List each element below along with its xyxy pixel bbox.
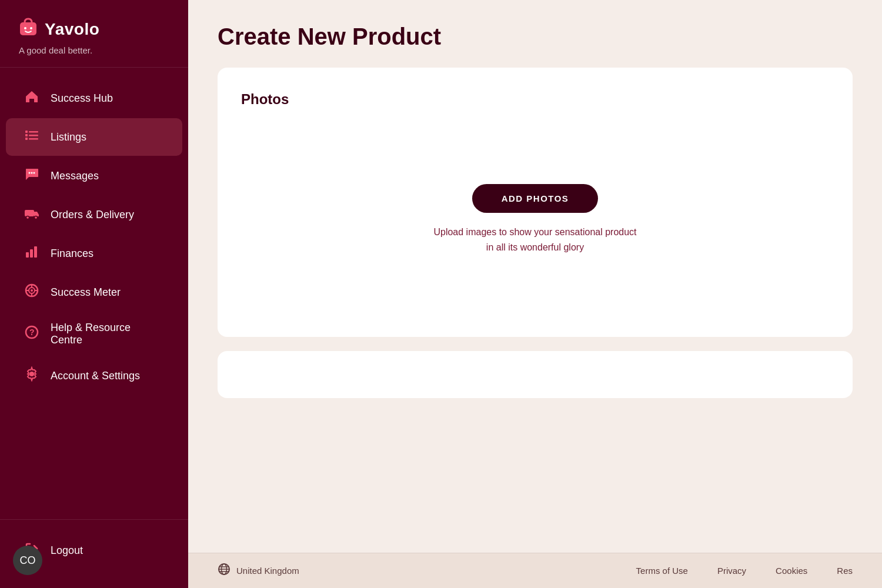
main-area: Create New Product Photos ADD PHOTOS Upl…: [188, 0, 882, 588]
sidebar-item-success-meter[interactable]: Success Meter: [6, 273, 182, 311]
chat-fab[interactable]: CO: [13, 546, 42, 575]
sidebar-item-help-label: Help & Resource Centre: [51, 322, 165, 346]
helper-text-line2: in all its wonderful glory: [433, 240, 636, 255]
svg-rect-7: [25, 138, 28, 140]
svg-text:?: ?: [29, 328, 35, 337]
sidebar-item-finances-label: Finances: [51, 248, 93, 260]
footer-links: Terms of Use Privacy Cookies Res: [636, 566, 853, 576]
logo-tagline: A good deal better.: [19, 45, 171, 55]
svg-point-10: [31, 172, 33, 174]
footer-terms-link[interactable]: Terms of Use: [636, 566, 688, 576]
bottom-card: [218, 351, 853, 398]
main-content: Create New Product Photos ADD PHOTOS Upl…: [188, 0, 882, 553]
svg-point-2: [30, 27, 32, 29]
sidebar-item-account-label: Account & Settings: [51, 370, 140, 382]
logo-icon: [18, 16, 39, 42]
sidebar-item-account-settings[interactable]: Account & Settings: [6, 357, 182, 395]
svg-rect-17: [34, 246, 37, 258]
svg-rect-4: [29, 131, 38, 133]
sidebar: Yavolo A good deal better. Success Hub: [0, 0, 188, 588]
sidebar-item-logout-label: Logout: [51, 544, 83, 557]
footer: United Kingdom Terms of Use Privacy Cook…: [188, 553, 882, 588]
svg-point-9: [29, 172, 31, 174]
sidebar-item-orders-delivery[interactable]: Orders & Delivery: [6, 196, 182, 233]
sidebar-item-messages-label: Messages: [51, 170, 99, 182]
sidebar-item-success-hub-label: Success Hub: [51, 92, 113, 105]
footer-cookies-link[interactable]: Cookies: [776, 566, 807, 576]
photos-section-title: Photos: [241, 91, 829, 108]
sidebar-item-success-hub[interactable]: Success Hub: [6, 79, 182, 117]
sidebar-item-listings[interactable]: Listings: [6, 118, 182, 156]
footer-privacy-link[interactable]: Privacy: [717, 566, 746, 576]
chat-fab-label: CO: [20, 554, 36, 567]
svg-point-23: [29, 372, 34, 376]
svg-point-1: [24, 27, 26, 29]
add-photos-button[interactable]: ADD PHOTOS: [472, 184, 599, 213]
svg-rect-3: [25, 131, 28, 133]
svg-rect-5: [25, 134, 28, 136]
home-icon: [24, 89, 40, 108]
sidebar-item-help[interactable]: ? Help & Resource Centre: [6, 312, 182, 356]
svg-rect-8: [29, 138, 38, 140]
svg-point-14: [35, 216, 38, 219]
svg-rect-0: [20, 22, 36, 35]
photo-upload-area: ADD PHOTOS Upload images to show your se…: [241, 125, 829, 313]
footer-region[interactable]: United Kingdom: [218, 563, 299, 579]
list-icon: [24, 128, 40, 146]
svg-rect-16: [30, 249, 33, 258]
help-icon: ?: [24, 325, 40, 343]
bar-chart-icon: [24, 244, 40, 263]
photos-card: Photos ADD PHOTOS Upload images to show …: [218, 68, 853, 337]
svg-rect-12: [25, 210, 34, 216]
sidebar-item-orders-label: Orders & Delivery: [51, 209, 134, 221]
svg-rect-6: [29, 135, 38, 136]
svg-rect-15: [26, 252, 29, 258]
sidebar-item-finances[interactable]: Finances: [6, 235, 182, 272]
helper-text-line1: Upload images to show your sensational p…: [433, 225, 636, 240]
gear-icon: [24, 366, 40, 385]
upload-helper-text: Upload images to show your sensational p…: [433, 225, 636, 255]
svg-point-20: [31, 289, 33, 292]
svg-point-11: [34, 172, 35, 174]
globe-icon: [218, 563, 230, 579]
sidebar-item-messages[interactable]: Messages: [6, 157, 182, 195]
footer-res-link[interactable]: Res: [837, 566, 853, 576]
sidebar-nav: Success Hub Listings: [0, 68, 188, 519]
truck-icon: [24, 205, 40, 224]
sidebar-logo: Yavolo A good deal better.: [0, 0, 188, 68]
sidebar-item-success-meter-label: Success Meter: [51, 286, 121, 299]
sidebar-item-listings-label: Listings: [51, 131, 86, 143]
page-title: Create New Product: [218, 24, 853, 50]
svg-point-13: [26, 216, 29, 219]
chat-icon: [24, 166, 40, 185]
logo-text: Yavolo: [45, 20, 99, 39]
target-icon: [24, 283, 40, 302]
footer-region-label: United Kingdom: [236, 566, 299, 576]
